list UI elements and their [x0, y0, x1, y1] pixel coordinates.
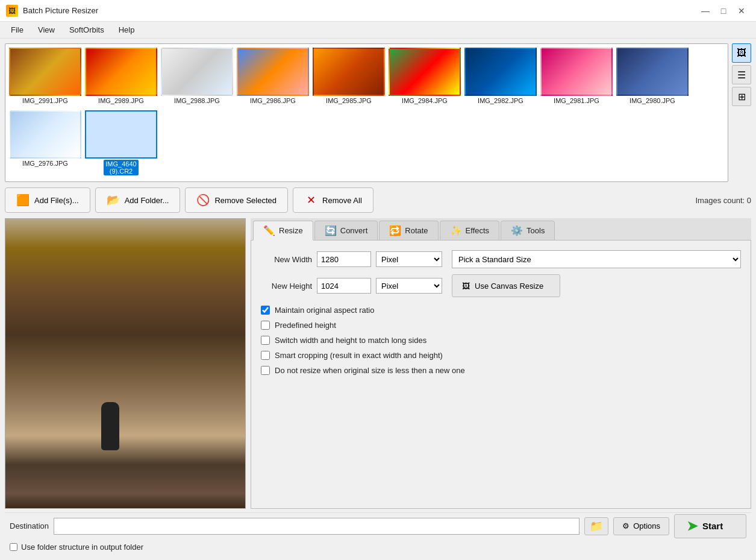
add-folder-button[interactable]: 📂 Add Folder... — [95, 187, 181, 213]
remove-selected-button[interactable]: 🚫 Remove Selected — [185, 187, 288, 213]
no-resize-smaller-label[interactable]: Do not resize when original size is less… — [275, 366, 465, 375]
switch-dimensions-checkbox[interactable] — [261, 336, 270, 345]
tab-effects[interactable]: ✨ Effects — [440, 221, 500, 240]
start-icon: ➤ — [687, 518, 698, 534]
maintain-aspect-checkbox[interactable] — [261, 306, 270, 315]
width-unit-select[interactable]: Pixel Percent Inch cm mm — [376, 251, 442, 267]
smart-cropping-checkbox[interactable] — [261, 351, 270, 360]
add-files-label: Add File(s)... — [34, 196, 79, 205]
gallery-item-selected[interactable]: IMG_4640(9).CR2 — [85, 110, 157, 178]
resize-tab-content: New Width Pixel Percent Inch cm mm Pick … — [251, 241, 751, 509]
preview-panel — [5, 218, 246, 509]
menu-file[interactable]: File — [5, 24, 30, 36]
browse-icon: 📁 — [590, 520, 603, 533]
gallery-item[interactable]: IMG_2982.JPG — [464, 48, 537, 107]
gallery-item[interactable]: IMG_2984.JPG — [389, 48, 461, 107]
browse-button[interactable]: 📁 — [584, 517, 608, 535]
maximize-button[interactable]: □ — [715, 5, 732, 17]
image-label: IMG_2980.JPG — [629, 97, 675, 104]
menu-softorbits[interactable]: SoftOrbits — [63, 24, 110, 36]
width-label: New Width — [261, 255, 312, 264]
image-label: IMG_2988.JPG — [174, 97, 220, 104]
menubar: File View SoftOrbits Help — [0, 22, 756, 39]
grid-view-button[interactable]: ⊞ — [732, 87, 751, 106]
options-label: Options — [633, 521, 660, 530]
list-view-button[interactable]: ☰ — [732, 65, 751, 84]
thumbnail — [464, 48, 537, 96]
tabs: ✏️ Resize 🔄 Convert 🔁 Rotate ✨ Effects ⚙… — [251, 218, 751, 241]
image-label: IMG_2986.JPG — [250, 97, 296, 104]
switch-dimensions-row: Switch width and height to match long si… — [261, 336, 741, 345]
canvas-resize-row: 🖼 Use Canvas Resize — [452, 274, 741, 297]
maintain-aspect-label[interactable]: Maintain original aspect ratio — [275, 306, 374, 315]
thumbnail — [389, 48, 461, 96]
image-label: IMG_2985.JPG — [326, 97, 372, 104]
images-count: Images count: 0 — [696, 196, 752, 205]
width-input[interactable] — [317, 251, 371, 267]
close-button[interactable]: ✕ — [733, 5, 750, 17]
add-files-button[interactable]: 🟧 Add File(s)... — [5, 187, 90, 213]
folder-structure-checkbox[interactable] — [10, 543, 17, 551]
image-label: IMG_2976.JPG — [22, 160, 68, 167]
options-icon: ⚙ — [622, 521, 629, 530]
options-button[interactable]: ⚙ Options — [613, 517, 669, 535]
no-resize-smaller-checkbox[interactable] — [261, 366, 270, 375]
bottom-section: Destination 📁 ⚙ Options ➤ Start Use fold… — [5, 512, 751, 555]
height-input[interactable] — [317, 278, 371, 294]
gallery-item[interactable]: IMG_2976.JPG — [9, 110, 81, 178]
canvas-resize-button[interactable]: 🖼 Use Canvas Resize — [452, 274, 560, 297]
gallery-item[interactable]: IMG_2989.JPG — [85, 48, 157, 107]
convert-tab-label: Convert — [340, 226, 368, 235]
gallery-item[interactable]: IMG_2985.JPG — [313, 48, 385, 107]
gallery-item[interactable]: IMG_2991.JPG — [9, 48, 81, 107]
standard-size-select[interactable]: Pick a Standard Size 640 x 480 800 x 600… — [452, 250, 741, 268]
folder-structure-label[interactable]: Use folder structure in output folder — [21, 543, 143, 552]
menu-view[interactable]: View — [32, 24, 61, 36]
tab-resize[interactable]: ✏️ Resize — [253, 221, 313, 241]
remove-all-icon: ✕ — [304, 193, 317, 207]
remove-all-button[interactable]: ✕ Remove All — [293, 187, 373, 213]
tools-tab-label: Tools — [526, 226, 545, 235]
minimize-button[interactable]: — — [697, 5, 714, 17]
thumbnail — [540, 48, 613, 96]
thumbnail — [85, 48, 157, 96]
menu-help[interactable]: Help — [113, 24, 141, 36]
tools-tab-icon: ⚙️ — [511, 225, 523, 236]
destination-input[interactable] — [54, 518, 579, 535]
predefined-height-label[interactable]: Predefined height — [275, 321, 336, 330]
predefined-height-checkbox[interactable] — [261, 321, 270, 330]
image-label-selected: IMG_4640(9).CR2 — [104, 160, 138, 175]
thumbnail-view-button[interactable]: 🖼 — [732, 43, 751, 63]
thumbnail-selected — [85, 110, 157, 159]
gallery-item[interactable]: IMG_2981.JPG — [540, 48, 613, 107]
gallery-item[interactable]: IMG_2980.JPG — [616, 48, 689, 107]
titlebar: 🖼 Batch Picture Resizer — □ ✕ — [0, 0, 756, 22]
gallery-item[interactable]: IMG_2988.JPG — [161, 48, 233, 107]
height-unit-select[interactable]: Pixel Percent Inch cm mm — [376, 278, 442, 294]
standard-size-row: Pick a Standard Size 640 x 480 800 x 600… — [452, 250, 741, 268]
canvas-resize-label: Use Canvas Resize — [475, 282, 543, 291]
smart-cropping-label[interactable]: Smart cropping (result in exact width an… — [275, 351, 443, 360]
add-files-icon: 🟧 — [16, 193, 30, 207]
height-label: New Height — [261, 282, 312, 291]
tab-tools[interactable]: ⚙️ Tools — [501, 221, 555, 240]
maintain-aspect-row: Maintain original aspect ratio — [261, 306, 741, 315]
thumbnail — [9, 110, 81, 159]
rotate-tab-icon: 🔁 — [389, 225, 401, 236]
tab-rotate[interactable]: 🔁 Rotate — [379, 221, 438, 240]
gallery-wrapper: IMG_2991.JPG IMG_2989.JPG IMG_2988.JPG I… — [5, 43, 751, 182]
canvas-resize-icon: 🖼 — [462, 282, 470, 291]
smart-cropping-row: Smart cropping (result in exact width an… — [261, 351, 741, 360]
height-and-canvas-row: New Height Pixel Percent Inch cm mm 🖼 — [261, 274, 741, 297]
remove-all-label: Remove All — [322, 196, 362, 205]
gallery-item[interactable]: IMG_2986.JPG — [237, 48, 309, 107]
destination-label: Destination — [10, 521, 49, 530]
app-icon: 🖼 — [6, 5, 18, 17]
convert-tab-icon: 🔄 — [325, 225, 337, 236]
image-label: IMG_2991.JPG — [22, 97, 68, 104]
start-button[interactable]: ➤ Start — [674, 514, 746, 538]
start-label: Start — [702, 521, 723, 531]
tab-convert[interactable]: 🔄 Convert — [314, 221, 378, 240]
image-label: IMG_2982.JPG — [478, 97, 523, 104]
switch-dimensions-label[interactable]: Switch width and height to match long si… — [275, 336, 426, 345]
